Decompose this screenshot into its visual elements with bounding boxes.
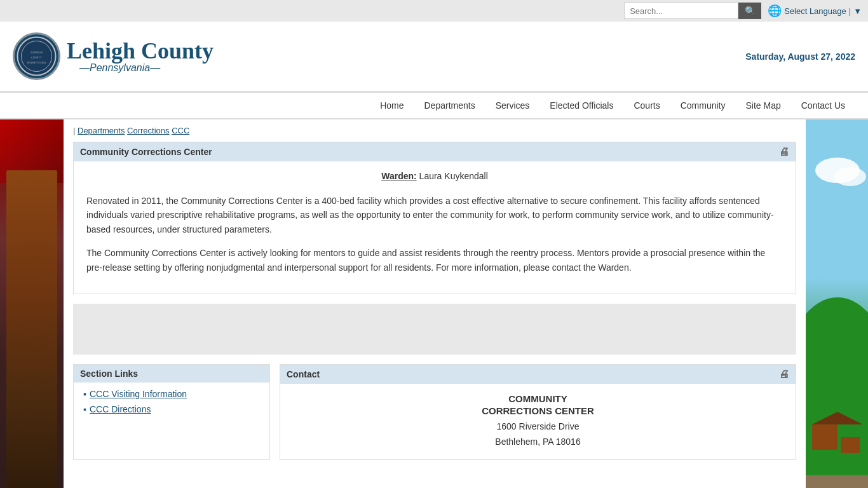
language-dropdown-icon: ▼ [853, 6, 862, 16]
section-links-content: CCC Visiting Information CCC Directions [74, 383, 269, 426]
section-title: Community Corrections Center [80, 147, 212, 157]
logo-text: Lehigh County —Pennsylvania— [67, 39, 214, 74]
nav-courts[interactable]: Courts [623, 93, 670, 118]
contact-print-icon[interactable]: 🖨 [779, 369, 789, 380]
svg-text:COUNTY: COUNTY [31, 56, 42, 59]
main-navigation: Home Departments Services Elected Offici… [0, 92, 868, 119]
gray-area [73, 304, 796, 355]
search-input[interactable] [624, 3, 738, 19]
breadcrumb-departments[interactable]: Departments [78, 126, 125, 135]
print-icon[interactable]: 🖨 [779, 146, 789, 158]
search-icon: 🔍 [745, 6, 756, 16]
content-inner: Warden: Laura Kuykendall Renovated in 20… [74, 161, 796, 294]
nav-elected-officials[interactable]: Elected Officials [539, 93, 623, 118]
contact-title: Contact [287, 369, 320, 379]
contact-address-line2: Bethlehem, PA 18016 [290, 435, 786, 450]
language-selector[interactable]: 🌐 Select Language | ▼ [768, 4, 862, 18]
warden-line: Warden: Laura Kuykendall [86, 171, 783, 181]
list-item: CCC Directions [83, 404, 260, 414]
breadcrumb-separator: | [73, 126, 78, 135]
breadcrumb-corrections[interactable]: Corrections [127, 126, 169, 135]
warden-name: Laura Kuykendall [419, 171, 488, 181]
svg-rect-13 [806, 475, 868, 488]
nav-site-map[interactable]: Site Map [736, 93, 791, 118]
warden-label: Warden: [381, 171, 416, 181]
page-wrapper: | Departments Corrections CCC Community … [0, 119, 868, 488]
list-item: CCC Visiting Information [83, 389, 260, 399]
breadcrumb: | Departments Corrections CCC [73, 126, 796, 135]
contact-address: 1600 Riverside Drive Bethlehem, PA 18016 [290, 419, 786, 450]
nav-departments[interactable]: Departments [414, 93, 485, 118]
language-separator: | [849, 6, 851, 16]
nav-home[interactable]: Home [370, 93, 414, 118]
section-links-list: CCC Visiting Information CCC Directions [83, 389, 260, 414]
current-date: Saturday, August 27, 2022 [745, 51, 855, 62]
section-links-header: Section Links [74, 365, 269, 383]
description-paragraph-2: The Community Corrections Center is acti… [86, 246, 783, 274]
contact-box: Contact 🖨 COMMUNITY CORRECTIONS CENTER 1… [280, 364, 796, 460]
state-name: —Pennsylvania— [67, 62, 214, 74]
contact-address-line1: 1600 Riverside Drive [290, 419, 786, 435]
breadcrumb-ccc[interactable]: CCC [172, 126, 189, 135]
language-label: Select Language [784, 6, 846, 16]
svg-rect-5 [806, 119, 868, 278]
contact-name-line2: CORRECTIONS CENTER [290, 405, 786, 416]
county-name: Lehigh County [67, 39, 214, 62]
logo-area: LEHIGH COUNTY PENNSYLVANIA Lehigh County… [13, 32, 214, 80]
search-container: 🔍 [624, 3, 761, 19]
main-section-box: Community Corrections Center 🖨 Warden: L… [73, 142, 796, 294]
globe-icon: 🌐 [768, 4, 782, 18]
lower-section: Section Links CCC Visiting Information C… [73, 364, 796, 460]
svg-rect-12 [841, 437, 860, 453]
site-header: LEHIGH COUNTY PENNSYLVANIA Lehigh County… [0, 22, 868, 92]
nav-contact-us[interactable]: Contact Us [791, 93, 855, 118]
svg-text:PENNSYLVANIA: PENNSYLVANIA [27, 61, 46, 64]
nav-services[interactable]: Services [485, 93, 540, 118]
svg-rect-10 [812, 424, 837, 450]
search-button[interactable]: 🔍 [738, 3, 761, 19]
contact-content: COMMUNITY CORRECTIONS CENTER 1600 Rivers… [280, 384, 796, 459]
section-links-box: Section Links CCC Visiting Information C… [73, 364, 270, 460]
nav-community[interactable]: Community [670, 93, 736, 118]
side-image-left [0, 119, 64, 488]
contact-header: Contact 🖨 [280, 365, 796, 384]
top-bar: 🔍 🌐 Select Language | ▼ [0, 0, 868, 22]
description-paragraph-1: Renovated in 2011, the Community Correct… [86, 194, 783, 236]
header-right: Saturday, August 27, 2022 [745, 51, 855, 62]
main-content: | Departments Corrections CCC Community … [64, 119, 806, 488]
contact-name-line1: COMMUNITY [290, 393, 786, 404]
side-image-right [806, 119, 868, 488]
ccc-visiting-link[interactable]: CCC Visiting Information [90, 389, 187, 399]
ccc-directions-link[interactable]: CCC Directions [90, 404, 151, 414]
svg-point-7 [834, 167, 866, 186]
county-seal: LEHIGH COUNTY PENNSYLVANIA [13, 32, 60, 80]
section-header: Community Corrections Center 🖨 [74, 142, 796, 161]
svg-text:LEHIGH: LEHIGH [31, 51, 43, 54]
